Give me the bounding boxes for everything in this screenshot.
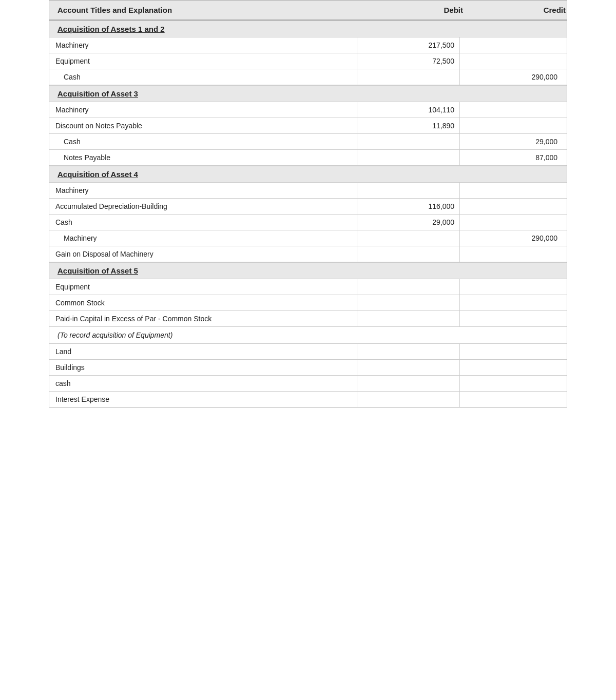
table-row: Common Stock: [49, 295, 567, 311]
header-debit: Debit: [365, 6, 468, 14]
account-label-indented: Machinery: [49, 230, 357, 246]
account-label: Buildings: [49, 360, 357, 375]
debit-cell[interactable]: [357, 230, 460, 246]
account-label: Common Stock: [49, 295, 357, 310]
account-label: cash: [49, 376, 357, 391]
header-account: Account Titles and Explanation: [57, 6, 365, 14]
debit-cell[interactable]: 11,890: [357, 118, 460, 133]
table-row: Buildings: [49, 360, 567, 376]
credit-cell[interactable]: [460, 53, 563, 69]
credit-cell[interactable]: 290,000: [460, 230, 563, 246]
debit-cell[interactable]: [357, 344, 460, 359]
table-row: Machinery: [49, 183, 567, 199]
account-label: Machinery: [49, 102, 357, 118]
section-title-4: Acquisition of Asset 5: [57, 266, 138, 275]
table-row: Land: [49, 344, 567, 360]
account-label-indented: Cash: [49, 69, 357, 85]
credit-cell[interactable]: [460, 215, 563, 230]
section-header-3: Acquisition of Asset 4: [49, 166, 567, 183]
credit-cell[interactable]: [460, 199, 563, 214]
credit-cell[interactable]: [460, 37, 563, 53]
account-label: Paid-in Capital in Excess of Par - Commo…: [49, 311, 357, 326]
account-label: Cash: [49, 215, 357, 230]
section-title-2: Acquisition of Asset 3: [57, 89, 138, 98]
section-title-3: Acquisition of Asset 4: [57, 170, 138, 179]
credit-cell[interactable]: [460, 279, 563, 295]
header-credit: Credit: [468, 6, 571, 14]
table-row: Accumulated Depreciation-Building 116,00…: [49, 199, 567, 215]
credit-cell[interactable]: [460, 311, 563, 326]
account-label: Interest Expense: [49, 392, 357, 407]
section-header-2: Acquisition of Asset 3: [49, 85, 567, 102]
table-row: cash: [49, 376, 567, 392]
credit-cell[interactable]: 87,000: [460, 150, 563, 165]
account-label: Gain on Disposal of Machinery: [49, 246, 357, 262]
debit-cell[interactable]: [357, 246, 460, 262]
credit-cell[interactable]: [460, 183, 563, 198]
account-label: Equipment: [49, 53, 357, 69]
section-header-4: Acquisition of Asset 5: [49, 262, 567, 279]
account-label: Discount on Notes Payable: [49, 118, 357, 133]
debit-cell[interactable]: [357, 69, 460, 85]
account-label-indented: Notes Payable: [49, 150, 357, 165]
credit-cell[interactable]: [460, 392, 563, 407]
credit-cell[interactable]: [460, 295, 563, 310]
table-row: Equipment 72,500: [49, 53, 567, 69]
account-label: Machinery: [49, 183, 357, 198]
table-row: Cash 29,000: [49, 215, 567, 230]
credit-cell[interactable]: [460, 344, 563, 359]
account-label: Equipment: [49, 279, 357, 295]
credit-cell[interactable]: 29,000: [460, 134, 563, 149]
table-row: Paid-in Capital in Excess of Par - Commo…: [49, 311, 567, 327]
credit-cell[interactable]: [460, 118, 563, 133]
debit-cell[interactable]: [357, 311, 460, 326]
table-row: Machinery 104,110: [49, 102, 567, 118]
table-row: Equipment: [49, 279, 567, 295]
table-header: Account Titles and Explanation Debit Cre…: [49, 1, 567, 21]
debit-cell[interactable]: [357, 295, 460, 310]
section-header-1: Acquisition of Assets 1 and 2: [49, 21, 567, 37]
debit-cell[interactable]: [357, 376, 460, 391]
table-row: Notes Payable 87,000: [49, 150, 567, 166]
debit-cell[interactable]: [357, 183, 460, 198]
table-row: Discount on Notes Payable 11,890: [49, 118, 567, 134]
table-row: Cash 29,000: [49, 134, 567, 150]
section-title-1: Acquisition of Assets 1 and 2: [57, 25, 165, 33]
credit-cell[interactable]: [460, 376, 563, 391]
credit-cell[interactable]: [460, 360, 563, 375]
credit-cell[interactable]: 290,000: [460, 69, 563, 85]
account-label-indented: Cash: [49, 134, 357, 149]
credit-cell[interactable]: [460, 246, 563, 262]
debit-cell[interactable]: [357, 134, 460, 149]
table-row: Interest Expense: [49, 392, 567, 407]
table-row: Gain on Disposal of Machinery: [49, 246, 567, 262]
debit-cell[interactable]: [357, 279, 460, 295]
debit-cell[interactable]: [357, 150, 460, 165]
journal-table: Account Titles and Explanation Debit Cre…: [49, 0, 567, 407]
debit-cell[interactable]: 104,110: [357, 102, 460, 118]
table-row: Cash 290,000: [49, 69, 567, 85]
debit-cell[interactable]: [357, 360, 460, 375]
table-row: Machinery 217,500: [49, 37, 567, 53]
table-row: Machinery 290,000: [49, 230, 567, 246]
debit-cell[interactable]: 29,000: [357, 215, 460, 230]
account-label: Land: [49, 344, 357, 359]
debit-cell[interactable]: 217,500: [357, 37, 460, 53]
account-label: Machinery: [49, 37, 357, 53]
debit-cell[interactable]: [357, 392, 460, 407]
account-label: Accumulated Depreciation-Building: [49, 199, 357, 214]
note-text: (To record acquisition of Equipment): [49, 327, 567, 344]
debit-cell[interactable]: 116,000: [357, 199, 460, 214]
credit-cell[interactable]: [460, 102, 563, 118]
debit-cell[interactable]: 72,500: [357, 53, 460, 69]
